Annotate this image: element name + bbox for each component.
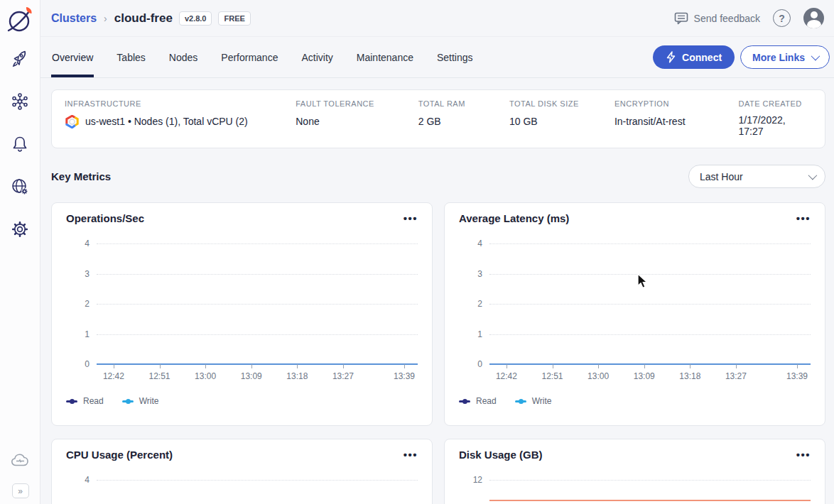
legend-label: Read [83, 396, 104, 406]
send-feedback-button[interactable]: Send feedback [674, 12, 760, 25]
user-avatar[interactable] [803, 8, 824, 28]
sidebar-item-clusters[interactable] [10, 49, 30, 69]
tab-maintenance[interactable]: Maintenance [356, 37, 414, 77]
y-axis-tick-label: 0 [85, 359, 90, 369]
chart-options-button[interactable]: ••• [796, 449, 811, 460]
y-axis-tick-label: 1 [85, 329, 90, 339]
x-axis-tick-label: 13:00 [195, 371, 216, 381]
tab-performance[interactable]: Performance [220, 37, 278, 77]
tab-nodes[interactable]: Nodes [168, 37, 198, 77]
summary-field-total-disk-size: TOTAL DISK SIZE10 GB [509, 99, 614, 137]
chart-header: Disk Usage (GB)••• [459, 449, 811, 461]
summary-field-value: us-west1 • Nodes (1), Total vCPU (2) [65, 114, 288, 128]
x-axis-tick-label: 13:18 [679, 371, 700, 381]
gridline [97, 334, 418, 335]
chart-title: Average Latency (ms) [459, 212, 569, 224]
tab-bar: OverviewTablesNodesPerformanceActivityMa… [40, 37, 834, 78]
planet-rocket-logo-icon [4, 4, 36, 35]
breadcrumb-clusters-link[interactable]: Clusters [51, 12, 97, 25]
summary-field-text: In-transit/At-rest [614, 116, 686, 127]
x-axis-tick-label: 13:18 [286, 371, 308, 381]
legend-marker [122, 400, 134, 402]
cluster-summary-card: INFRASTRUCTUREus-west1 • Nodes (1), Tota… [51, 89, 825, 148]
time-range-select[interactable]: Last Hour [688, 165, 825, 188]
summary-field-value: 1/17/2022, 17:27 [738, 114, 812, 137]
y-axis-tick-label: 0 [477, 359, 482, 369]
x-axis-tick-label: 13:39 [786, 371, 808, 381]
chevron-down-icon [808, 171, 818, 180]
x-axis-line [489, 363, 811, 365]
rocket-icon [11, 50, 29, 68]
metrics-chart-grid: Operations/Sec•••4321012:4212:5113:0013:… [51, 202, 825, 504]
x-axis-tick [114, 364, 114, 368]
x-axis-tick-label: 12:51 [542, 371, 563, 381]
globe-gear-icon [11, 177, 30, 197]
legend-item-read[interactable]: Read [66, 396, 104, 406]
legend-item-write[interactable]: Write [515, 396, 552, 406]
overview-content: INFRASTRUCTUREus-west1 • Nodes (1), Tota… [40, 78, 834, 504]
summary-field-label: TOTAL RAM [418, 99, 502, 108]
sidebar-item-connections[interactable] [10, 92, 30, 111]
y-axis-tick-label: 4 [85, 475, 90, 485]
tab-bar-actions: Connect More Links [653, 45, 830, 69]
time-range-value: Last Hour [700, 171, 743, 182]
x-axis-tick-label: 13:27 [332, 371, 354, 381]
gridline [97, 243, 418, 244]
more-links-label: More Links [752, 52, 805, 63]
gridline [489, 480, 811, 481]
summary-field-text: 2 GB [418, 116, 441, 127]
summary-field-text: 10 GB [509, 116, 538, 127]
tab-tables[interactable]: Tables [116, 37, 146, 77]
summary-field-encryption: ENCRYPTIONIn-transit/At-rest [614, 99, 739, 137]
lightning-bolt-icon [666, 51, 676, 63]
chart-plot-area: 4321012:4212:5113:0013:0913:1813:2713:39 [97, 480, 418, 504]
chart-options-button[interactable]: ••• [404, 213, 418, 224]
tab-overview[interactable]: Overview [51, 37, 94, 77]
tab-activity[interactable]: Activity [300, 37, 333, 77]
summary-field-text: us-west1 • Nodes (1), Total vCPU (2) [85, 116, 248, 127]
x-axis-tick [598, 364, 599, 368]
brand-logo[interactable] [4, 4, 36, 36]
x-axis-tick [644, 364, 645, 368]
more-links-button[interactable]: More Links [740, 45, 830, 69]
connect-button[interactable]: Connect [653, 45, 735, 69]
x-axis-tick-label: 13:00 [587, 371, 609, 381]
summary-field-label: INFRASTRUCTURE [65, 99, 288, 108]
tab-settings[interactable]: Settings [436, 37, 474, 77]
legend-label: Read [476, 396, 497, 406]
x-axis-tick-label: 12:51 [149, 371, 170, 381]
top-bar-actions: Send feedback ? [674, 8, 824, 28]
disk-limit-line [489, 500, 811, 501]
chart-header: CPU Usage (Percent)••• [66, 449, 418, 461]
x-axis-tick-label: 12:42 [496, 371, 517, 381]
chart-legend: ReadWrite [66, 396, 418, 406]
key-metrics-title: Key Metrics [51, 170, 111, 182]
chart-plot-area: 4321012:4212:5113:0013:0913:1813:2713:39 [489, 243, 811, 364]
sidebar-item-settings[interactable] [10, 219, 30, 239]
x-axis-tick-label: 13:09 [241, 371, 262, 381]
x-axis-tick [160, 364, 161, 368]
summary-field-label: FAULT TOLERANCE [296, 99, 411, 108]
sidebar-item-organization[interactable] [10, 177, 30, 197]
chart-options-button[interactable]: ••• [404, 449, 418, 460]
chart-header: Operations/Sec••• [66, 212, 418, 224]
summary-field-value: 2 GB [418, 114, 502, 128]
help-button[interactable]: ? [773, 9, 791, 27]
sidebar-expand-button[interactable]: » [12, 483, 29, 498]
chart-header: Average Latency (ms)••• [459, 212, 811, 224]
x-axis-tick [507, 364, 507, 368]
version-badge: v2.8.0 [179, 11, 212, 26]
y-axis-tick-label: 4 [477, 239, 482, 248]
chart-options-button[interactable]: ••• [796, 213, 811, 224]
legend-item-read[interactable]: Read [459, 396, 497, 406]
legend-item-write[interactable]: Write [122, 396, 159, 406]
chart-card-average-latency-ms-: Average Latency (ms)•••4321012:4212:5113… [444, 202, 825, 426]
breadcrumb-separator: › [104, 13, 107, 24]
main-area: Clusters › cloud-free v2.8.0 FREE Send f… [40, 0, 834, 504]
y-axis-tick-label: 4 [85, 239, 90, 248]
sidebar-item-alerts[interactable] [10, 134, 30, 154]
summary-field-date-created: DATE CREATED1/17/2022, 17:27 [738, 99, 812, 137]
summary-field-value: In-transit/At-rest [614, 114, 732, 128]
x-axis-tick-label: 12:42 [103, 371, 124, 381]
chart-plot: 4321012:4212:5113:0013:0913:1813:2713:39 [97, 480, 418, 504]
